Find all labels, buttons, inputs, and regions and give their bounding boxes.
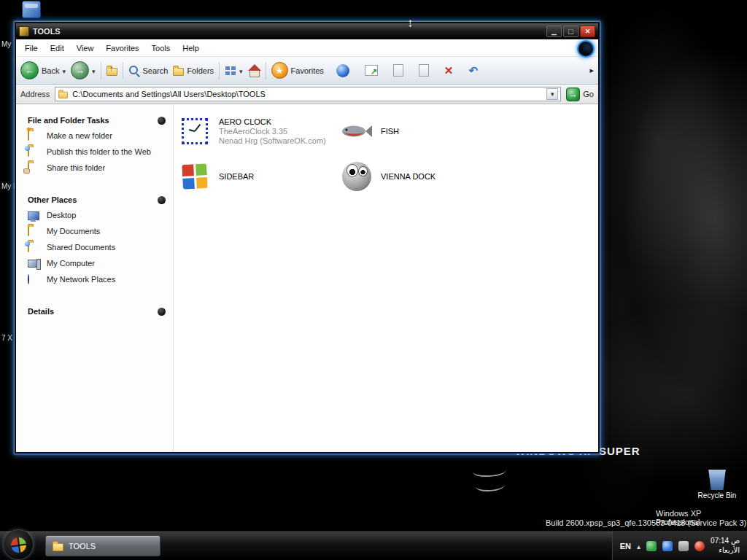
forward-icon [71,61,89,79]
copy-icon[interactable] [419,64,429,77]
desktop-icon [28,211,40,222]
recycle-bin[interactable]: Recycle Bin [697,467,738,499]
menu-file[interactable]: File [25,44,38,52]
title-bar[interactable]: TOOLS [16,23,598,39]
tray-expand-icon[interactable] [637,542,640,551]
globe-icon[interactable] [336,64,349,77]
back-label: Back [42,66,59,75]
go-icon [566,88,580,101]
fish-icon [341,123,372,139]
collapse-toggle-icon[interactable] [158,196,166,204]
file-tasks-header[interactable]: File and Folder Tasks [28,116,166,125]
taskbar-clock[interactable]: 07:14 ص الأربعاء [711,537,740,555]
folders-button[interactable]: Folders [173,65,214,76]
tray-alert-icon[interactable] [694,541,705,551]
forward-button[interactable] [71,61,96,79]
back-dropdown-icon[interactable] [62,66,66,75]
place-my-computer[interactable]: My Computer [28,259,166,271]
favorites-button[interactable]: Favorites [271,62,324,79]
start-button[interactable] [3,529,34,560]
go-label: Go [583,90,594,98]
address-bar: Address C:\Documents and Settings\All Us… [16,85,598,104]
toolbar: Back Search Folders Fa [16,57,598,85]
system-tray: EN 07:14 ص الأربعاء [612,532,747,560]
back-button[interactable]: Back [20,61,66,79]
publish-folder-icon [28,147,29,157]
delete-icon[interactable] [444,64,454,77]
forward-dropdown-icon[interactable] [92,66,96,75]
collapse-toggle-icon[interactable] [158,308,166,316]
menu-tools[interactable]: Tools [152,44,171,52]
other-places-section: Other Places Desktop My Documents Shared… [28,195,166,287]
address-path[interactable]: C:\Documents and Settings\All Users\Desk… [72,90,543,98]
window-title: TOOLS [33,27,61,36]
views-icon [225,65,236,77]
collapse-toggle-icon[interactable] [158,117,166,125]
place-label: My Documents [47,227,100,236]
file-detail: Nenad Hrg (SoftwareOK.com) [219,136,326,145]
eyeball-icon [342,162,371,191]
up-button[interactable] [107,65,117,76]
details-section: Details [28,307,166,316]
start-flag-icon [10,537,28,554]
menu-view[interactable]: View [77,44,94,52]
clock-date: الأربعاء [711,546,740,556]
task-pane: File and Folder Tasks Make a new folder … [16,104,174,452]
desktop-scribble [473,465,511,494]
computer-icon [28,259,40,271]
home-icon [248,65,260,77]
task-publish-folder[interactable]: Publish this folder to the Web [28,147,166,159]
file-name: VIENNA DOCK [381,172,436,181]
minimize-button[interactable] [546,26,562,37]
address-dropdown-icon[interactable] [546,88,558,100]
file-item-vienna-dock[interactable]: VIENNA DOCK [340,160,502,193]
views-button[interactable] [225,65,243,77]
file-item-fish[interactable]: FISH [340,114,502,148]
place-my-documents[interactable]: My Documents [28,227,166,238]
go-button[interactable]: Go [566,88,594,101]
export-icon[interactable] [365,65,378,76]
menu-help[interactable]: Help [182,44,199,52]
file-name: FISH [381,127,399,136]
desktop-shortcut-icon[interactable] [22,1,41,18]
folders-icon [173,68,184,76]
menu-edit[interactable]: Edit [50,44,64,52]
views-dropdown-icon[interactable] [239,66,243,75]
desktop-icon-label[interactable]: My [1,40,11,48]
file-item-aero-clock[interactable]: AERO CLOCK TheAeroClock 3.35 Nenad Hrg (… [178,114,340,148]
home-button[interactable] [248,65,260,77]
desktop-icon-label[interactable]: 7 X [1,334,12,342]
toolbar-overflow-chevron[interactable] [589,66,594,75]
task-label: Publish this folder to the Web [47,147,151,156]
place-label: Desktop [47,211,76,219]
file-list: AERO CLOCK TheAeroClock 3.35 Nenad Hrg (… [174,104,598,452]
menu-bar: File Edit View Favorites Tools Help [16,39,598,57]
other-places-header[interactable]: Other Places [28,195,166,204]
place-desktop[interactable]: Desktop [28,211,166,222]
language-indicator[interactable]: EN [620,542,631,551]
address-input[interactable]: C:\Documents and Settings\All Users\Desk… [55,87,561,101]
file-tasks-section: File and Folder Tasks Make a new folder … [28,116,166,175]
taskbar-button-tools[interactable]: TOOLS [45,535,160,556]
document-icon[interactable] [393,64,403,77]
undo-icon[interactable] [468,64,478,77]
place-shared-documents[interactable]: Shared Documents [28,243,166,254]
place-my-network[interactable]: My Network Places [28,275,166,287]
recycle-bin-label: Recycle Bin [697,491,738,499]
task-make-new-folder[interactable]: Make a new folder [28,131,166,143]
tray-network-icon[interactable] [662,541,673,551]
section-title: Other Places [28,195,77,204]
folder-up-icon [107,68,117,76]
close-button[interactable] [580,26,595,37]
search-label: Search [143,66,169,75]
menu-favorites[interactable]: Favorites [106,44,139,52]
tray-shield-icon[interactable] [646,541,657,551]
recycle-bin-icon[interactable] [707,467,727,490]
search-button[interactable]: Search [128,65,169,77]
aero-clock-icon [182,118,208,144]
file-item-sidebar[interactable]: SIDEBAR [178,160,340,193]
task-share-folder[interactable]: Share this folder [28,163,166,175]
maximize-button[interactable] [563,26,578,37]
tray-volume-icon[interactable] [678,541,689,551]
details-header[interactable]: Details [28,307,166,316]
